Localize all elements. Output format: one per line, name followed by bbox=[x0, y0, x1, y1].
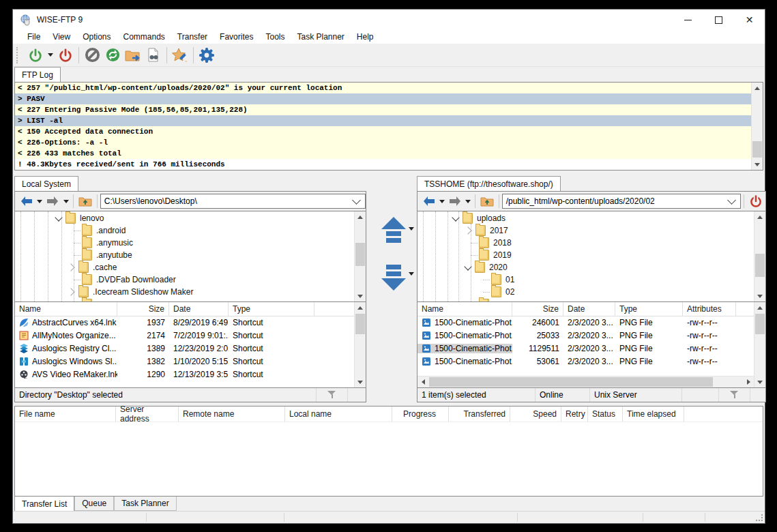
tree-item[interactable]: 01 bbox=[483, 274, 514, 286]
resize-grip[interactable] bbox=[756, 514, 763, 521]
tree-item[interactable]: lenovo bbox=[56, 212, 104, 224]
tree-item[interactable]: .android bbox=[74, 224, 126, 237]
scroll-down-icon[interactable] bbox=[355, 291, 366, 301]
column-header-date[interactable]: Date bbox=[169, 302, 229, 316]
disconnect-server-button[interactable] bbox=[747, 193, 765, 209]
menu-transfer[interactable]: Transfer bbox=[171, 31, 214, 43]
remote-tree-scrollbar[interactable] bbox=[754, 211, 765, 301]
column-header-time-elapsed[interactable]: Time elapsed bbox=[623, 407, 684, 422]
local-list-scrollbar[interactable] bbox=[354, 302, 366, 387]
chevron-collapsed-icon[interactable] bbox=[464, 226, 471, 234]
column-header-retry[interactable]: Retry bbox=[561, 407, 588, 422]
column-header-server-address[interactable]: Server address bbox=[116, 407, 179, 422]
file-row[interactable]: AVS Video ReMaker.lnk 1290 12/13/2019 3:… bbox=[15, 368, 314, 381]
tree-item[interactable]: .anyutube bbox=[74, 249, 132, 261]
forward-dropdown[interactable] bbox=[464, 193, 473, 209]
chevron-expanded-icon[interactable] bbox=[452, 213, 459, 221]
scroll-thumb[interactable] bbox=[752, 141, 762, 158]
back-dropdown[interactable] bbox=[35, 193, 44, 209]
tree-item[interactable]: 2020 bbox=[465, 261, 508, 274]
column-header-file-name[interactable]: File name bbox=[15, 407, 116, 422]
file-row[interactable]: 1500-Cinematic-Phot... 53061 2/3/2020 3.… bbox=[417, 355, 736, 368]
tree-item[interactable]: 2017 bbox=[465, 224, 508, 237]
scroll-up-icon[interactable] bbox=[754, 211, 765, 222]
remote-list-hscrollbar[interactable] bbox=[417, 376, 754, 387]
tab-local-system[interactable]: Local System bbox=[14, 176, 78, 191]
tree-item[interactable]: 2018 bbox=[471, 237, 512, 249]
menu-tools[interactable]: Tools bbox=[259, 31, 291, 43]
chevron-expanded-icon[interactable] bbox=[55, 213, 62, 221]
tree-item[interactable]: 2019 bbox=[471, 249, 512, 261]
scroll-up-icon[interactable] bbox=[355, 211, 366, 222]
toolbar-grip[interactable] bbox=[16, 47, 20, 63]
local-path-combobox[interactable]: C:\Users\lenovo\Desktop\ bbox=[100, 194, 366, 209]
tree-item[interactable] bbox=[74, 298, 92, 301]
goto-folder-button[interactable] bbox=[123, 46, 143, 65]
menu-favorites[interactable]: Favorites bbox=[214, 31, 259, 43]
scroll-down-icon[interactable] bbox=[754, 376, 765, 387]
back-button[interactable] bbox=[420, 193, 437, 209]
file-row[interactable]: Auslogics Registry Cl... 1389 12/23/2019… bbox=[15, 342, 314, 355]
back-dropdown[interactable] bbox=[437, 193, 446, 209]
abort-button[interactable] bbox=[82, 46, 102, 65]
file-row[interactable]: Auslogics Windows Sl... 1382 1/10/2020 5… bbox=[15, 355, 314, 368]
refresh-button[interactable] bbox=[102, 46, 123, 65]
tree-item[interactable]: .cache bbox=[68, 261, 117, 274]
tab-queue[interactable]: Queue bbox=[74, 497, 114, 511]
column-header-progress[interactable]: Progress bbox=[392, 407, 449, 422]
scroll-thumb[interactable] bbox=[755, 314, 765, 334]
scroll-thumb[interactable] bbox=[355, 314, 365, 334]
parent-folder-button[interactable] bbox=[478, 193, 495, 209]
chevron-collapsed-icon[interactable] bbox=[67, 263, 74, 271]
menu-view[interactable]: View bbox=[46, 31, 76, 43]
minimize-button[interactable] bbox=[673, 10, 703, 30]
tab-task-planner[interactable]: Task Planner bbox=[114, 497, 176, 511]
tab-ftp-log[interactable]: FTP Log bbox=[14, 67, 61, 82]
forward-dropdown[interactable] bbox=[61, 193, 70, 209]
maximize-button[interactable] bbox=[703, 10, 734, 30]
connect-dropdown[interactable] bbox=[46, 46, 55, 65]
upload-button[interactable] bbox=[381, 217, 406, 246]
column-header-type[interactable]: Type bbox=[615, 302, 683, 316]
download-button[interactable] bbox=[381, 262, 406, 291]
column-header-transferred[interactable]: Transferred bbox=[449, 407, 510, 422]
download-options-dropdown[interactable] bbox=[409, 272, 414, 276]
column-header-size[interactable]: Size bbox=[512, 302, 563, 316]
scroll-up-icon[interactable] bbox=[355, 302, 366, 313]
connect-button[interactable] bbox=[25, 46, 46, 65]
tree-item[interactable] bbox=[471, 298, 489, 301]
tab-transfer-list[interactable]: Transfer List bbox=[14, 497, 74, 512]
column-header-local-name[interactable]: Local name bbox=[285, 407, 392, 422]
find-file-button[interactable] bbox=[143, 46, 164, 65]
remote-list-scrollbar[interactable] bbox=[754, 302, 765, 387]
menu-commands[interactable]: Commands bbox=[117, 31, 171, 43]
parent-folder-button[interactable] bbox=[76, 193, 94, 209]
tree-item[interactable]: .anymusic bbox=[74, 237, 133, 249]
tab-remote-server[interactable]: TSSHOME (ftp://thesoftware.shop/) bbox=[417, 176, 561, 191]
tree-item[interactable]: .Icecream Slideshow Maker bbox=[68, 286, 193, 298]
forward-button[interactable] bbox=[446, 193, 463, 209]
scroll-up-icon[interactable] bbox=[754, 302, 765, 313]
edit-favorites-button[interactable] bbox=[170, 46, 190, 65]
column-header-name[interactable]: Name bbox=[15, 302, 117, 316]
settings-button[interactable] bbox=[196, 46, 217, 65]
column-header-type[interactable]: Type bbox=[229, 302, 314, 316]
upload-options-dropdown[interactable] bbox=[409, 227, 414, 231]
close-button[interactable]: ✕ bbox=[734, 10, 765, 30]
column-header-attributes[interactable]: Attributes bbox=[683, 302, 736, 316]
file-row-selected[interactable]: 1500-Cinematic-Phot... 1129511 2/3/2020 … bbox=[417, 342, 736, 355]
back-button[interactable] bbox=[18, 193, 35, 209]
file-row[interactable]: 1500-Cinematic-Phot... 246001 2/3/2020 3… bbox=[417, 316, 736, 329]
column-header-name[interactable]: Name bbox=[417, 302, 512, 316]
scroll-thumb[interactable] bbox=[355, 243, 365, 266]
chevron-collapsed-icon[interactable] bbox=[67, 288, 74, 295]
filter-button[interactable] bbox=[719, 388, 750, 402]
column-header-status[interactable]: Status bbox=[588, 407, 623, 422]
file-row[interactable]: AllMyNotes Organize... 2174 7/2/2019 9:0… bbox=[15, 329, 314, 342]
forward-button[interactable] bbox=[44, 193, 62, 209]
remote-path-combobox[interactable]: /public_html/wp-content/uploads/2020/02 bbox=[502, 194, 741, 209]
scroll-thumb[interactable] bbox=[429, 377, 713, 387]
scroll-right-icon[interactable] bbox=[743, 376, 754, 387]
file-row[interactable]: 1500-Cinematic-Phot... 25033 2/3/2020 3.… bbox=[417, 329, 736, 342]
column-header-date[interactable]: Date bbox=[563, 302, 615, 316]
